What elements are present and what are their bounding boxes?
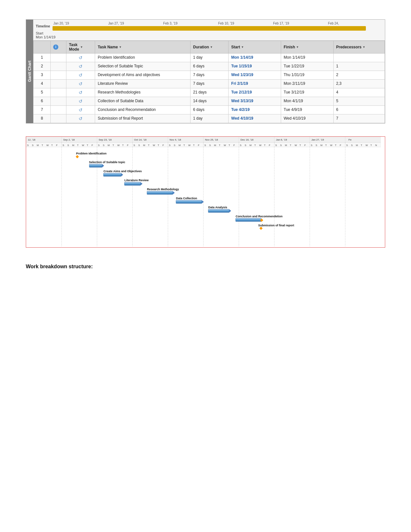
task-finish: Mon 1/14/19 <box>281 54 334 62</box>
svg-text:Nov 25, '18: Nov 25, '18 <box>205 138 218 141</box>
svg-text:S: S <box>204 144 206 147</box>
th-info: i <box>51 41 66 54</box>
svg-text:T: T <box>229 144 230 147</box>
th-mode: TaskMode ▼ <box>66 41 95 54</box>
th-num <box>34 41 51 54</box>
table-row: 3 ↺ Development of Aims and objectives 7… <box>34 71 385 80</box>
task-name: Research Methodologies <box>95 88 191 97</box>
svg-text:W: W <box>224 144 226 147</box>
info-icon: i <box>53 44 58 50</box>
task-start: Tue 1/15/19 <box>229 62 281 71</box>
task-mode-icon: ↺ <box>79 64 83 69</box>
task-info-cell <box>51 97 66 106</box>
task-info-cell <box>51 71 66 80</box>
task-name: Development of Aims and objectives <box>95 71 191 80</box>
svg-text:W: W <box>153 144 155 147</box>
svg-text:T: T <box>219 144 220 147</box>
svg-rect-118 <box>208 209 229 212</box>
svg-text:T: T <box>370 144 372 147</box>
svg-text:M: M <box>214 144 216 147</box>
task-num: 7 <box>34 106 51 114</box>
task-duration: 14 days <box>190 97 228 106</box>
timeline-chart-section: 12, '18 Sep 2, '18 Sep 23, '18 Oct 14, '… <box>26 136 385 248</box>
task-name: Conclusion and Recommendation <box>95 106 191 114</box>
svg-text:W: W <box>188 144 191 147</box>
timeline-label: Timeline <box>36 24 50 28</box>
timeline-progress-bar <box>53 26 366 31</box>
svg-text:Conclusion and Recommendetion: Conclusion and Recommendetion <box>236 215 283 218</box>
th-predecessors: Predecessors ▼ <box>333 41 385 54</box>
svg-text:S: S <box>32 144 34 147</box>
svg-text:S: S <box>240 144 241 147</box>
task-num: 8 <box>34 114 51 123</box>
task-mode-cell: ↺ <box>66 97 95 106</box>
gantt-table: i TaskMode ▼ Task Name ▼ <box>33 41 385 123</box>
svg-text:S: S <box>245 144 246 147</box>
svg-text:S: S <box>280 144 282 147</box>
svg-text:Data Collection: Data Collection <box>176 197 197 200</box>
svg-text:F: F <box>56 144 58 147</box>
task-name-arrow[interactable]: ▼ <box>119 45 122 49</box>
th-task-name: Task Name ▼ <box>95 41 191 54</box>
th-duration: Duration ▼ <box>190 41 228 54</box>
svg-text:Sep 23, '18: Sep 23, '18 <box>99 138 112 141</box>
svg-text:T: T <box>254 144 256 147</box>
task-start: Tue 4/2/19 <box>229 106 281 114</box>
task-num: 2 <box>34 62 51 71</box>
gantt-side-label: Gantt Chart <box>26 20 33 123</box>
svg-text:T: T <box>264 144 266 147</box>
svg-text:Create Aims and Objectives: Create Aims and Objectives <box>103 170 142 173</box>
svg-text:S: S <box>275 144 277 147</box>
svg-text:S: S <box>346 144 348 147</box>
task-duration: 7 days <box>190 80 228 88</box>
svg-text:W: W <box>82 144 84 147</box>
svg-text:S: S <box>133 144 135 147</box>
table-row: 1 ↺ Problem Identification 1 day Mon 1/1… <box>34 54 385 62</box>
svg-text:N: N <box>375 144 377 147</box>
task-name: Submission of final Report <box>95 114 191 123</box>
task-info-cell <box>51 80 66 88</box>
svg-rect-109 <box>124 182 141 185</box>
svg-text:T: T <box>193 144 195 147</box>
task-info-cell <box>51 62 66 71</box>
timeline-dates: Jan 20, '19 Jan 27, '19 Feb 3, '19 Feb 1… <box>53 22 382 25</box>
task-predecessors: 4 <box>333 88 385 97</box>
task-mode-icon: ↺ <box>79 81 83 86</box>
task-mode-arrow[interactable]: ▼ <box>80 45 83 49</box>
svg-text:Data Analysis: Data Analysis <box>208 206 227 209</box>
svg-text:M: M <box>72 144 74 147</box>
task-finish: Mon 4/1/19 <box>281 97 334 106</box>
svg-text:S: S <box>27 144 29 147</box>
svg-text:Submission of final report: Submission of final report <box>258 224 294 227</box>
task-duration: 6 days <box>190 62 228 71</box>
svg-text:Research Methodology: Research Methodology <box>147 188 179 191</box>
task-name: Selection of Suitable Topic <box>95 62 191 71</box>
svg-text:T: T <box>183 144 185 147</box>
th-finish: Finish ▼ <box>281 41 334 54</box>
table-row: 6 ↺ Collection of Suitable Data 14 days … <box>34 97 385 106</box>
task-info-cell <box>51 106 66 114</box>
svg-text:M: M <box>143 144 145 147</box>
th-start: Start ▼ <box>229 41 281 54</box>
svg-text:T: T <box>290 144 291 147</box>
svg-text:Jan 27, '19: Jan 27, '19 <box>311 138 324 141</box>
start-arrow[interactable]: ▼ <box>241 45 244 49</box>
svg-marker-104 <box>102 164 104 167</box>
task-duration: 1 day <box>190 114 228 123</box>
task-info-cell <box>51 114 66 123</box>
timeline-chart-svg: 12, '18 Sep 2, '18 Sep 23, '18 Oct 14, '… <box>26 137 381 246</box>
task-finish: Mon 2/11/19 <box>281 80 334 88</box>
svg-text:M: M <box>320 144 322 147</box>
svg-text:T: T <box>299 144 301 147</box>
svg-rect-124 <box>259 227 263 230</box>
table-row: 8 ↺ Submission of final Report 1 day Wed… <box>34 114 385 123</box>
duration-arrow[interactable]: ▼ <box>210 45 213 49</box>
svg-text:F: F <box>233 144 235 147</box>
table-row: 5 ↺ Research Methodologies 21 days Tue 2… <box>34 88 385 97</box>
task-finish: Tue 3/12/19 <box>281 88 334 97</box>
task-start: Wed 1/23/19 <box>229 71 281 80</box>
svg-text:Oct 14, '18: Oct 14, '18 <box>134 138 147 141</box>
pred-arrow[interactable]: ▼ <box>362 45 365 49</box>
finish-arrow[interactable]: ▼ <box>296 45 299 49</box>
task-duration: 7 days <box>190 71 228 80</box>
